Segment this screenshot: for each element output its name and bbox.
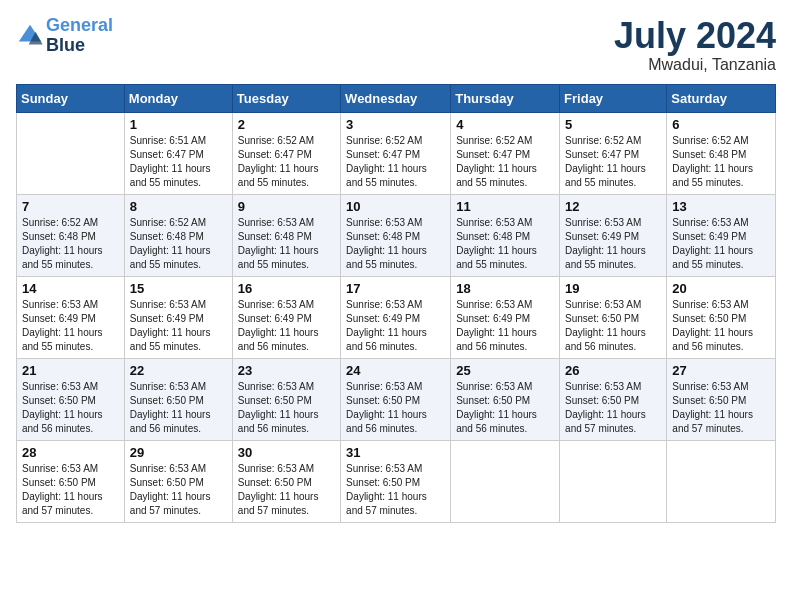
weekday-header: Sunday bbox=[17, 84, 125, 112]
calendar-cell: 17Sunrise: 6:53 AMSunset: 6:49 PMDayligh… bbox=[341, 276, 451, 358]
day-info: Sunrise: 6:53 AMSunset: 6:49 PMDaylight:… bbox=[346, 298, 445, 354]
day-number: 1 bbox=[130, 117, 227, 132]
day-number: 26 bbox=[565, 363, 661, 378]
calendar-cell: 10Sunrise: 6:53 AMSunset: 6:48 PMDayligh… bbox=[341, 194, 451, 276]
day-info: Sunrise: 6:53 AMSunset: 6:50 PMDaylight:… bbox=[346, 462, 445, 518]
day-number: 30 bbox=[238, 445, 335, 460]
day-number: 18 bbox=[456, 281, 554, 296]
calendar-cell: 21Sunrise: 6:53 AMSunset: 6:50 PMDayligh… bbox=[17, 358, 125, 440]
day-info: Sunrise: 6:53 AMSunset: 6:49 PMDaylight:… bbox=[565, 216, 661, 272]
day-number: 29 bbox=[130, 445, 227, 460]
day-number: 6 bbox=[672, 117, 770, 132]
calendar-cell: 22Sunrise: 6:53 AMSunset: 6:50 PMDayligh… bbox=[124, 358, 232, 440]
weekday-header: Friday bbox=[560, 84, 667, 112]
calendar-week-row: 1Sunrise: 6:51 AMSunset: 6:47 PMDaylight… bbox=[17, 112, 776, 194]
calendar-cell: 31Sunrise: 6:53 AMSunset: 6:50 PMDayligh… bbox=[341, 440, 451, 522]
day-number: 3 bbox=[346, 117, 445, 132]
day-info: Sunrise: 6:53 AMSunset: 6:50 PMDaylight:… bbox=[565, 298, 661, 354]
title-section: July 2024 Mwadui, Tanzania bbox=[614, 16, 776, 74]
day-number: 9 bbox=[238, 199, 335, 214]
day-number: 8 bbox=[130, 199, 227, 214]
day-number: 16 bbox=[238, 281, 335, 296]
day-number: 13 bbox=[672, 199, 770, 214]
day-number: 15 bbox=[130, 281, 227, 296]
calendar-week-row: 28Sunrise: 6:53 AMSunset: 6:50 PMDayligh… bbox=[17, 440, 776, 522]
calendar-cell: 12Sunrise: 6:53 AMSunset: 6:49 PMDayligh… bbox=[560, 194, 667, 276]
calendar-cell: 4Sunrise: 6:52 AMSunset: 6:47 PMDaylight… bbox=[451, 112, 560, 194]
weekday-header: Saturday bbox=[667, 84, 776, 112]
day-number: 31 bbox=[346, 445, 445, 460]
calendar-cell: 13Sunrise: 6:53 AMSunset: 6:49 PMDayligh… bbox=[667, 194, 776, 276]
day-info: Sunrise: 6:52 AMSunset: 6:47 PMDaylight:… bbox=[346, 134, 445, 190]
weekday-header: Monday bbox=[124, 84, 232, 112]
day-info: Sunrise: 6:53 AMSunset: 6:50 PMDaylight:… bbox=[238, 462, 335, 518]
calendar-cell: 5Sunrise: 6:52 AMSunset: 6:47 PMDaylight… bbox=[560, 112, 667, 194]
day-info: Sunrise: 6:53 AMSunset: 6:49 PMDaylight:… bbox=[238, 298, 335, 354]
day-info: Sunrise: 6:53 AMSunset: 6:49 PMDaylight:… bbox=[22, 298, 119, 354]
day-number: 25 bbox=[456, 363, 554, 378]
day-info: Sunrise: 6:53 AMSunset: 6:50 PMDaylight:… bbox=[22, 462, 119, 518]
calendar-cell: 9Sunrise: 6:53 AMSunset: 6:48 PMDaylight… bbox=[232, 194, 340, 276]
calendar-cell bbox=[17, 112, 125, 194]
weekday-header: Wednesday bbox=[341, 84, 451, 112]
weekday-header: Thursday bbox=[451, 84, 560, 112]
calendar-table: SundayMondayTuesdayWednesdayThursdayFrid… bbox=[16, 84, 776, 523]
day-info: Sunrise: 6:53 AMSunset: 6:50 PMDaylight:… bbox=[238, 380, 335, 436]
day-info: Sunrise: 6:53 AMSunset: 6:48 PMDaylight:… bbox=[456, 216, 554, 272]
calendar-cell: 20Sunrise: 6:53 AMSunset: 6:50 PMDayligh… bbox=[667, 276, 776, 358]
calendar-cell: 29Sunrise: 6:53 AMSunset: 6:50 PMDayligh… bbox=[124, 440, 232, 522]
day-number: 23 bbox=[238, 363, 335, 378]
calendar-cell: 3Sunrise: 6:52 AMSunset: 6:47 PMDaylight… bbox=[341, 112, 451, 194]
location: Mwadui, Tanzania bbox=[614, 56, 776, 74]
day-info: Sunrise: 6:52 AMSunset: 6:48 PMDaylight:… bbox=[672, 134, 770, 190]
day-number: 17 bbox=[346, 281, 445, 296]
day-info: Sunrise: 6:53 AMSunset: 6:48 PMDaylight:… bbox=[238, 216, 335, 272]
page-header: General Blue July 2024 Mwadui, Tanzania bbox=[16, 16, 776, 74]
day-number: 5 bbox=[565, 117, 661, 132]
day-info: Sunrise: 6:53 AMSunset: 6:49 PMDaylight:… bbox=[130, 298, 227, 354]
day-number: 24 bbox=[346, 363, 445, 378]
calendar-cell: 14Sunrise: 6:53 AMSunset: 6:49 PMDayligh… bbox=[17, 276, 125, 358]
calendar-cell: 2Sunrise: 6:52 AMSunset: 6:47 PMDaylight… bbox=[232, 112, 340, 194]
day-number: 21 bbox=[22, 363, 119, 378]
day-number: 10 bbox=[346, 199, 445, 214]
calendar-cell: 28Sunrise: 6:53 AMSunset: 6:50 PMDayligh… bbox=[17, 440, 125, 522]
day-info: Sunrise: 6:53 AMSunset: 6:50 PMDaylight:… bbox=[130, 380, 227, 436]
day-info: Sunrise: 6:53 AMSunset: 6:50 PMDaylight:… bbox=[456, 380, 554, 436]
day-info: Sunrise: 6:52 AMSunset: 6:47 PMDaylight:… bbox=[456, 134, 554, 190]
day-info: Sunrise: 6:53 AMSunset: 6:48 PMDaylight:… bbox=[346, 216, 445, 272]
calendar-cell: 19Sunrise: 6:53 AMSunset: 6:50 PMDayligh… bbox=[560, 276, 667, 358]
calendar-week-row: 14Sunrise: 6:53 AMSunset: 6:49 PMDayligh… bbox=[17, 276, 776, 358]
day-info: Sunrise: 6:53 AMSunset: 6:49 PMDaylight:… bbox=[456, 298, 554, 354]
day-number: 2 bbox=[238, 117, 335, 132]
calendar-cell: 7Sunrise: 6:52 AMSunset: 6:48 PMDaylight… bbox=[17, 194, 125, 276]
calendar-cell: 27Sunrise: 6:53 AMSunset: 6:50 PMDayligh… bbox=[667, 358, 776, 440]
calendar-week-row: 7Sunrise: 6:52 AMSunset: 6:48 PMDaylight… bbox=[17, 194, 776, 276]
calendar-cell: 18Sunrise: 6:53 AMSunset: 6:49 PMDayligh… bbox=[451, 276, 560, 358]
day-info: Sunrise: 6:53 AMSunset: 6:50 PMDaylight:… bbox=[22, 380, 119, 436]
calendar-cell: 24Sunrise: 6:53 AMSunset: 6:50 PMDayligh… bbox=[341, 358, 451, 440]
calendar-cell: 25Sunrise: 6:53 AMSunset: 6:50 PMDayligh… bbox=[451, 358, 560, 440]
day-number: 7 bbox=[22, 199, 119, 214]
day-info: Sunrise: 6:53 AMSunset: 6:50 PMDaylight:… bbox=[672, 298, 770, 354]
day-info: Sunrise: 6:53 AMSunset: 6:50 PMDaylight:… bbox=[130, 462, 227, 518]
day-info: Sunrise: 6:53 AMSunset: 6:50 PMDaylight:… bbox=[672, 380, 770, 436]
day-info: Sunrise: 6:52 AMSunset: 6:47 PMDaylight:… bbox=[238, 134, 335, 190]
day-number: 14 bbox=[22, 281, 119, 296]
calendar-cell: 15Sunrise: 6:53 AMSunset: 6:49 PMDayligh… bbox=[124, 276, 232, 358]
calendar-cell bbox=[451, 440, 560, 522]
day-info: Sunrise: 6:53 AMSunset: 6:49 PMDaylight:… bbox=[672, 216, 770, 272]
month-year: July 2024 bbox=[614, 16, 776, 56]
calendar-cell: 8Sunrise: 6:52 AMSunset: 6:48 PMDaylight… bbox=[124, 194, 232, 276]
day-info: Sunrise: 6:53 AMSunset: 6:50 PMDaylight:… bbox=[346, 380, 445, 436]
day-info: Sunrise: 6:52 AMSunset: 6:48 PMDaylight:… bbox=[130, 216, 227, 272]
day-info: Sunrise: 6:52 AMSunset: 6:48 PMDaylight:… bbox=[22, 216, 119, 272]
calendar-week-row: 21Sunrise: 6:53 AMSunset: 6:50 PMDayligh… bbox=[17, 358, 776, 440]
day-number: 19 bbox=[565, 281, 661, 296]
calendar-cell bbox=[560, 440, 667, 522]
calendar-cell: 16Sunrise: 6:53 AMSunset: 6:49 PMDayligh… bbox=[232, 276, 340, 358]
day-info: Sunrise: 6:52 AMSunset: 6:47 PMDaylight:… bbox=[565, 134, 661, 190]
calendar-cell: 6Sunrise: 6:52 AMSunset: 6:48 PMDaylight… bbox=[667, 112, 776, 194]
logo: General Blue bbox=[16, 16, 113, 56]
calendar-cell: 11Sunrise: 6:53 AMSunset: 6:48 PMDayligh… bbox=[451, 194, 560, 276]
